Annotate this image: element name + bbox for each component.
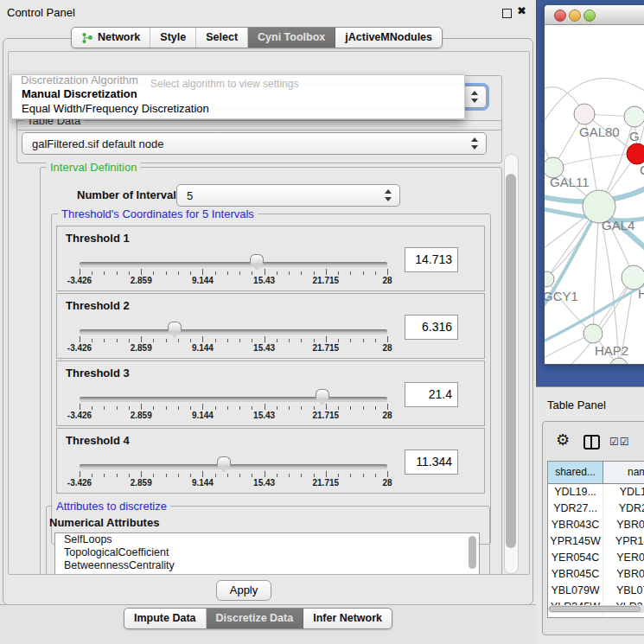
cell: YER054C: [603, 550, 644, 566]
table-row[interactable]: YBR045CYBR045C: [548, 566, 644, 583]
network-node: [627, 143, 644, 164]
cell: YDL19...: [548, 484, 603, 501]
threshold-4-label: Threshold 4: [66, 434, 130, 447]
attributes-group-title: Attributes to discretize: [53, 500, 170, 513]
column-header-name[interactable]: name: [603, 462, 644, 483]
cell: YPR145W: [603, 533, 644, 550]
popup-option-manual-discretization[interactable]: Manual Discretization: [22, 87, 137, 100]
cell: YBR045C: [548, 566, 603, 583]
popup-option-equal-width-frequency[interactable]: Equal Width/Frequency Discretization: [22, 102, 209, 115]
list-item-selfloops[interactable]: SelfLoops: [55, 533, 479, 546]
tab-infer-network-label: Infer Network: [313, 611, 382, 626]
checkbox-options-icon[interactable]: ☑☑: [609, 436, 630, 448]
threshold-4-block: Threshold 4 -3.4262.8599.14415.4321.7152…: [56, 428, 485, 494]
table-header-row: shared... name: [548, 462, 644, 484]
zoom-traffic-light-icon[interactable]: [583, 10, 596, 22]
network-graph: GAL80GGAL11CGAL4GCY1HHAP2: [545, 25, 644, 364]
attributes-list-scrollbar[interactable]: [469, 536, 476, 569]
interval-definition-group-title: Interval Definition: [47, 161, 140, 174]
tab-style[interactable]: Style: [150, 28, 196, 48]
threshold-3-label: Threshold 3: [66, 367, 130, 379]
network-node: [574, 104, 595, 124]
network-node: [583, 324, 603, 343]
threshold-2-label: Threshold 2: [66, 299, 130, 312]
table-data-combobox[interactable]: galFiltered.sif default node: [22, 132, 487, 155]
numerical-attributes-list: SelfLoops TopologicalCoefficient Between…: [54, 532, 480, 575]
table-hscrollbar-thumb[interactable]: [549, 606, 641, 612]
close-icon[interactable]: ✖: [517, 4, 526, 17]
network-node-label: H: [638, 286, 644, 301]
tab-cyni-toolbox-label: Cyni Toolbox: [258, 30, 325, 45]
list-item-topologicalcoefficient[interactable]: TopologicalCoefficient: [55, 546, 479, 559]
network-node-label: GAL11: [550, 175, 590, 189]
node-table: shared... name YDL19...YDL19... YDR27...…: [547, 461, 644, 618]
combo-arrows-icon: [471, 91, 479, 103]
network-window-titlebar[interactable]: [545, 5, 644, 25]
table-row[interactable]: YIL052CYIL052C: [548, 615, 644, 618]
cell: YPR145W: [548, 533, 603, 550]
network-node-label: GAL4: [602, 218, 634, 233]
tab-select[interactable]: Select: [196, 28, 248, 48]
threshold-1-tick-labels: -3.4262.8599.14415.4321.71528: [80, 276, 387, 286]
cell: YER054C: [548, 550, 603, 566]
threshold-3-block: Threshold 3 -3.4262.8599.14415.4321.7152…: [56, 360, 485, 426]
column-header-shared[interactable]: shared...: [548, 462, 603, 483]
threshold-3-ticks: [80, 404, 387, 411]
tab-select-label: Select: [206, 30, 238, 45]
table-row[interactable]: YER054CYER054C: [548, 550, 644, 566]
float-window-icon[interactable]: [502, 9, 512, 18]
table-row[interactable]: YPR145WYPR145W: [548, 533, 644, 550]
tab-network[interactable]: Network: [72, 28, 150, 48]
threshold-3-value-field[interactable]: 21.4: [405, 382, 458, 407]
tab-jactivemnodules[interactable]: jActiveMNodules: [335, 28, 442, 48]
tab-cyni-toolbox[interactable]: Cyni Toolbox: [248, 28, 335, 48]
list-item-betweennesscentrality[interactable]: BetweennessCentrality: [55, 559, 479, 572]
threshold-1-block: Threshold 1 -3.4262.8599.14415.4321.7152…: [56, 226, 485, 291]
tab-discretize-data[interactable]: Discretize Data: [207, 609, 304, 628]
number-of-intervals-value: 5: [187, 189, 193, 202]
tab-impute-data-label: Impute Data: [134, 611, 196, 626]
tab-impute-data[interactable]: Impute Data: [124, 609, 207, 628]
network-node-label: C: [640, 163, 644, 177]
threshold-4-ticks: [80, 471, 387, 478]
network-canvas[interactable]: GAL80GGAL11CGAL4GCY1HHAP2: [545, 25, 644, 364]
table-row[interactable]: YDR27...YDR27...: [548, 501, 644, 517]
cell: YDL19...: [603, 484, 644, 501]
table-data-value: galFiltered.sif default node: [32, 137, 163, 150]
network-node-label: GAL80: [579, 124, 620, 139]
table-panel-titlebar: Table Panel: [536, 386, 644, 422]
content-scrollbar-thumb[interactable]: [506, 174, 516, 548]
number-of-intervals-combobox[interactable]: 5: [176, 184, 400, 207]
table-hscrollbar-track[interactable]: [548, 605, 644, 613]
table-panel-title: Table Panel: [547, 399, 606, 411]
threshold-2-value-field[interactable]: 6.316: [405, 315, 458, 340]
network-node: [624, 106, 644, 127]
split-columns-icon[interactable]: [583, 435, 600, 450]
threshold-2-block: Threshold 2 -3.4262.8599.14415.4321.7152…: [56, 293, 485, 359]
table-row[interactable]: YBL079WYBL079W: [548, 583, 644, 599]
threshold-2-tick-labels: -3.4262.8599.14415.4321.71528: [80, 343, 387, 354]
cell: YDR27...: [548, 501, 603, 517]
close-traffic-light-icon[interactable]: [554, 10, 566, 22]
minimize-traffic-light-icon[interactable]: [569, 10, 581, 22]
threshold-1-label: Threshold 1: [66, 232, 130, 245]
table-row[interactable]: YDL19...YDL19...: [548, 484, 644, 501]
gear-icon[interactable]: ⚙: [556, 430, 570, 449]
number-of-intervals-label: Number of Intervals: [77, 188, 182, 201]
threshold-2-ticks: [80, 336, 387, 343]
threshold-1-ticks: [80, 269, 387, 276]
table-row[interactable]: YBR043CYBR043C: [548, 517, 644, 533]
thresholds-group-title: Threshold's Coordinates for 5 Intervals: [58, 207, 258, 220]
network-node-label: GCY1: [545, 289, 578, 303]
cell: YBL079W: [548, 583, 603, 599]
threshold-4-value-field[interactable]: 11.344: [405, 450, 458, 475]
cyni-toolbox-content: Discretization Algorithm Select algorith…: [8, 51, 530, 575]
combo-arrows-icon: [385, 189, 392, 201]
apply-button[interactable]: Apply: [216, 580, 271, 601]
table-panel-body: ⚙ ☑☑ shared... name YDL19...YDL19... YDR…: [542, 421, 644, 635]
threshold-1-value-field[interactable]: 14.713: [405, 247, 458, 272]
tab-discretize-data-label: Discretize Data: [216, 611, 294, 626]
panel-title: Control Panel: [7, 6, 75, 19]
cell: YDR27...: [603, 501, 644, 517]
tab-infer-network[interactable]: Infer Network: [303, 609, 392, 628]
